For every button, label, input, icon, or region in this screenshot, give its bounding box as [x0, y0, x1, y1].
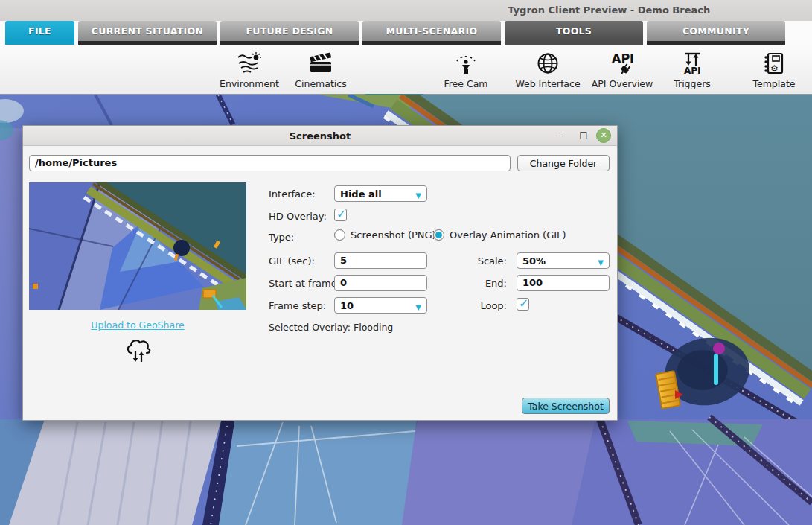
tab-community[interactable]: COMMUNITY: [647, 21, 785, 45]
radio-icon: [334, 229, 345, 241]
minimize-icon[interactable]: –: [553, 128, 568, 143]
toolbar-item-environment[interactable]: Environment: [220, 50, 279, 89]
hd-overlay-checkbox[interactable]: [334, 209, 347, 221]
api-plug-icon: API: [606, 50, 639, 75]
interface-dropdown[interactable]: Hide all: [334, 185, 427, 202]
close-icon[interactable]: ✕: [596, 128, 611, 143]
selected-overlay-text: Selected Overlay: Flooding: [269, 322, 393, 333]
dialog-titlebar[interactable]: Screenshot – □ ✕: [23, 126, 617, 146]
save-path-input[interactable]: /home/Pictures: [29, 155, 511, 171]
frame-step-label: Frame step:: [269, 300, 326, 311]
toolbar-item-free-cam[interactable]: Free Cam: [438, 50, 494, 89]
frame-step-dropdown[interactable]: 10: [334, 297, 427, 314]
tab-file[interactable]: FILE: [5, 21, 74, 45]
main-tabbar: FILE CURRENT SITUATION FUTURE DESIGN MUL…: [0, 21, 812, 45]
svg-text:API: API: [612, 51, 634, 66]
interface-label: Interface:: [269, 188, 316, 200]
chevron-down-icon: [415, 187, 421, 201]
take-screenshot-button[interactable]: Take Screenshot: [522, 398, 610, 414]
svg-text:API: API: [684, 66, 701, 75]
start-frame-label: Start at frame:: [269, 278, 340, 289]
toolbar-item-cinematics[interactable]: Cinematics: [289, 50, 353, 89]
end-frame-label: End:: [470, 278, 507, 289]
hd-overlay-label: HD Overlay:: [269, 211, 327, 222]
environment-icon: [236, 50, 263, 75]
upload-geoshare-link[interactable]: Upload to GeoShare: [29, 319, 246, 331]
triggers-arrows-icon: API: [677, 50, 707, 75]
chevron-down-icon: [415, 299, 421, 313]
tab-current-situation[interactable]: CURRENT SITUATION: [78, 21, 217, 45]
radio-icon: [433, 229, 444, 241]
gif-sec-input[interactable]: 5: [334, 252, 427, 269]
svg-text:⚙: ⚙: [770, 63, 779, 74]
toolbar-item-web-interface[interactable]: Web Interface: [512, 50, 584, 89]
scale-label: Scale:: [470, 255, 507, 267]
start-frame-input[interactable]: 0: [334, 275, 427, 291]
dialog-title: Screenshot: [290, 130, 351, 141]
type-label: Type:: [269, 232, 294, 243]
radio-screenshot-png[interactable]: Screenshot (PNG): [334, 229, 436, 241]
maximize-icon[interactable]: □: [576, 128, 591, 143]
radio-overlay-animation-gif[interactable]: Overlay Animation (GIF): [433, 229, 566, 241]
cinematics-clapperboard-icon: [307, 50, 334, 75]
tab-multi-scenario[interactable]: MULTI-SCENARIO: [362, 21, 501, 45]
loop-label: Loop:: [470, 300, 507, 311]
free-cam-icon: [451, 50, 481, 75]
change-folder-button[interactable]: Change Folder: [517, 155, 610, 171]
tools-toolbar: ⚙ ⚙ A Textured Environment: [0, 45, 812, 95]
os-titlebar: Tygron Client Preview - Demo Breach: [0, 0, 812, 21]
screenshot-preview-thumbnail: [29, 182, 246, 310]
screenshot-dialog: Screenshot – □ ✕ /home/Pictures Change F…: [22, 125, 618, 421]
gif-sec-label: GIF (sec):: [269, 255, 315, 267]
web-interface-globe-icon: [535, 50, 560, 75]
toolbar-item-api-overview[interactable]: API API Overview: [588, 50, 656, 89]
upload-cloud-icon[interactable]: [124, 335, 153, 363]
toolbar-item-triggers[interactable]: API Triggers: [665, 50, 719, 89]
loop-checkbox[interactable]: [517, 298, 529, 311]
scale-dropdown[interactable]: 50%: [517, 252, 610, 269]
chevron-down-icon: [598, 254, 604, 268]
template-notebook-icon: ⚙: [761, 50, 787, 75]
window-title: Tygron Client Preview - Demo Breach: [508, 4, 710, 16]
tab-future-design[interactable]: FUTURE DESIGN: [220, 21, 359, 45]
tab-tools[interactable]: TOOLS: [505, 21, 643, 45]
toolbar-item-template[interactable]: ⚙ Template: [746, 50, 802, 89]
end-frame-input[interactable]: 100: [517, 275, 610, 291]
